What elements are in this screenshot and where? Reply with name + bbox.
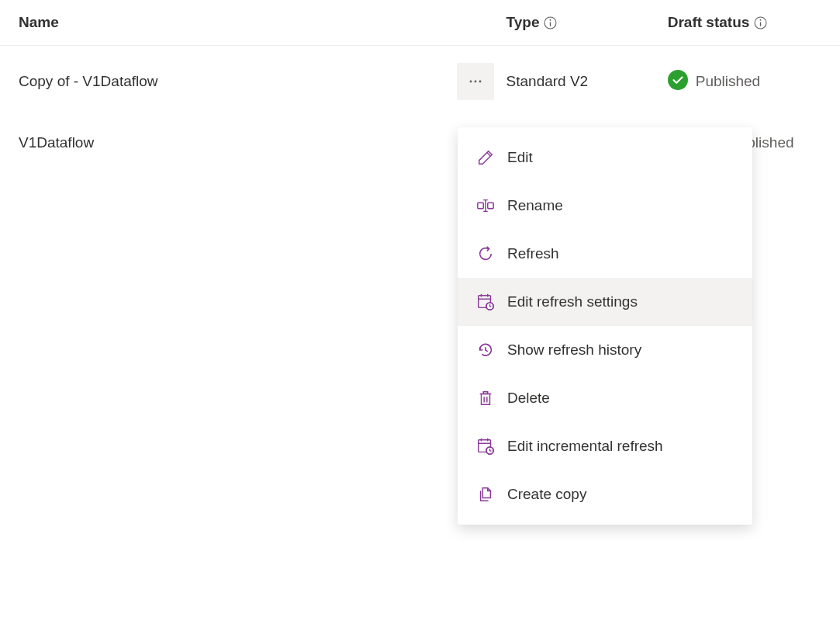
dataflow-type: Standard V2 (506, 73, 668, 90)
menu-item-label: Show refresh history (507, 341, 641, 359)
svg-point-1 (550, 19, 551, 20)
status-text: Published (696, 73, 760, 90)
rename-icon (476, 196, 495, 215)
trash-icon (476, 389, 495, 407)
menu-item-delete[interactable]: Delete (458, 374, 752, 422)
table-header: Name Type Draft status (0, 0, 840, 46)
info-icon[interactable] (754, 16, 767, 29)
menu-item-edit[interactable]: Edit (458, 133, 752, 182)
menu-item-label: Create copy (507, 486, 586, 503)
context-menu: Edit Rename Refresh (458, 127, 752, 525)
dataflow-name[interactable]: V1Dataflow (19, 134, 457, 151)
menu-item-label: Rename (507, 197, 563, 214)
calendar-clock-icon (476, 293, 495, 311)
checkmark-circle-icon (668, 70, 688, 94)
menu-item-rename[interactable]: Rename (458, 182, 752, 230)
svg-point-4 (760, 19, 762, 20)
more-horizontal-icon (468, 74, 483, 89)
menu-item-create-copy[interactable]: Create copy (458, 470, 752, 518)
column-header-type[interactable]: Type (506, 14, 668, 31)
info-icon[interactable] (544, 16, 557, 29)
svg-point-6 (470, 81, 472, 83)
column-header-type-label: Type (506, 14, 540, 31)
dataflow-status: Published (668, 70, 821, 94)
copy-icon (476, 485, 495, 504)
table-row[interactable]: Copy of - V1Dataflow Standard V2 Publish… (0, 46, 840, 117)
history-icon (476, 341, 495, 359)
more-actions-button[interactable] (457, 63, 494, 100)
pencil-icon (476, 148, 495, 167)
svg-rect-13 (488, 203, 493, 208)
menu-item-label: Delete (507, 390, 550, 407)
menu-item-label: Edit (507, 149, 533, 166)
menu-item-edit-incremental-refresh[interactable]: Edit incremental refresh (458, 422, 752, 470)
svg-point-7 (475, 81, 477, 83)
column-header-status-label: Draft status (668, 14, 750, 31)
menu-item-edit-refresh-settings[interactable]: Edit refresh settings (458, 278, 752, 326)
menu-item-show-refresh-history[interactable]: Show refresh history (458, 326, 752, 374)
column-header-status[interactable]: Draft status (668, 14, 821, 31)
svg-point-9 (668, 70, 688, 90)
column-header-name[interactable]: Name (19, 14, 457, 31)
svg-rect-12 (478, 203, 483, 208)
refresh-icon (476, 244, 495, 263)
menu-item-label: Edit refresh settings (507, 293, 638, 310)
menu-item-label: Refresh (507, 245, 559, 262)
svg-point-8 (479, 81, 482, 83)
menu-item-refresh[interactable]: Refresh (458, 230, 752, 278)
calendar-clock-icon (476, 437, 495, 456)
dataflow-name[interactable]: Copy of - V1Dataflow (19, 73, 457, 90)
menu-item-label: Edit incremental refresh (507, 438, 663, 455)
